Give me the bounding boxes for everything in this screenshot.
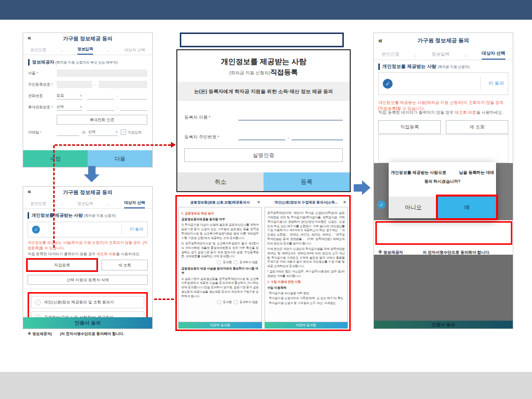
doc-heading: 1. 수집·이용에 관한 사항: [267, 279, 345, 284]
not-agreed-badge: 미 동의: [121, 225, 143, 234]
registrant-rrn-front-input[interactable]: [238, 132, 285, 140]
radio-icon: ✓: [35, 299, 41, 305]
prev-button[interactable]: 이전: [23, 150, 88, 167]
name-input[interactable]: [57, 69, 147, 77]
down-arrow-icon: [84, 174, 100, 182]
section-label: 개인정보를 제공받는 사람: [382, 64, 436, 69]
delete-unagreed-button[interactable]: 선택 미동의 등록자 삭제: [28, 275, 148, 285]
notice-direct-register: 개인정보를 제공받는 사람(학자금 지원 신청자)이 조회되지 않을 경우, […: [28, 240, 148, 251]
phone-prefix-select[interactable]: 없음∨: [57, 92, 82, 100]
step-identity: 본인인증: [381, 51, 399, 60]
recipient-row[interactable]: ✓ 미 동의: [378, 72, 508, 95]
doc-body[interactable]: 1. 금융정보등 제공 동의 금융정보등의제공을 동의함 여부 1) 학자금지원…: [178, 207, 262, 322]
right-arrow-icon: [354, 184, 362, 192]
back-icon[interactable]: «: [28, 34, 31, 41]
mobile-input-mid[interactable]: [87, 103, 114, 111]
email-direct-input-checkbox[interactable]: ✓ 직접입력: [121, 130, 141, 135]
step-info-input: 정보입력: [432, 51, 449, 60]
no-button[interactable]: 아니오: [389, 197, 438, 218]
cancel-button[interactable]: 취소: [177, 172, 264, 191]
back-icon[interactable]: «: [378, 36, 382, 44]
modal-subtitle-big: 직접등록: [270, 68, 298, 76]
mobile-input-last[interactable]: [120, 103, 147, 111]
direct-register-button[interactable]: 직접등록: [378, 120, 441, 134]
doc-body[interactable]: 한국장학재단(이하 '재단')이 학자금 신청인(대학생)의 금융거래관련 계약…: [265, 207, 348, 322]
close-icon[interactable]: ✕: [257, 200, 261, 204]
back-icon[interactable]: «: [28, 188, 31, 195]
rrn-input-back[interactable]: [99, 81, 147, 88]
terms-docs-highlight: 금융정보등(금융,신용,보험)제공동의서 ✕ 1. 금융정보등 제공 동의 금융…: [175, 195, 351, 331]
real-name-verify-button[interactable]: 실명인증: [184, 148, 343, 162]
doc-title: 개인(신용)정보의 수집제공 동의서(소득...: [274, 200, 338, 205]
flow-arrowhead-right-icon: [171, 142, 176, 148]
slide-bottom-strip: [0, 372, 532, 399]
notice-requery: 직접 등록한 데이터가 출력되지 않을 경우 재조회 버튼을 사용하세요.: [28, 252, 148, 257]
doc-paragraph: * 금융거래라 함은 여신업무, 부수업무(사후관리 업무 등)와 관련된 거래…: [267, 269, 345, 278]
at-sign: @: [82, 130, 86, 134]
phone-input-last[interactable]: [120, 92, 147, 100]
app-header: « 가구원 정보제공 동의: [374, 33, 513, 48]
email-id-input[interactable]: [57, 129, 79, 136]
direct-register-button[interactable]: 직접등록: [28, 260, 97, 270]
step-separator: >: [107, 203, 109, 208]
radio-icon[interactable]: [233, 300, 238, 304]
step-identity: 본인인증: [31, 47, 46, 55]
radio-icon[interactable]: [217, 260, 221, 265]
doc-subheading: 금융정보등의 제공 사실을 동의자에게 통보하지 아니할 여부: [181, 266, 259, 275]
section-label: 정보제공자: [32, 60, 54, 65]
agree-terms-button[interactable]: 약관에 동의함: [178, 322, 262, 329]
doc-subheading: 금융정보등의제공을 동의함 여부: [181, 217, 259, 221]
cert-agree-button[interactable]: 인증서 동의: [23, 317, 152, 329]
step-separator: >: [61, 49, 63, 55]
confirm-dialog: 개인정보를 제공받는 사람으로님을 등록하는 데에 동의 하시겠습니까? 아니오…: [389, 162, 496, 218]
doc-subheading: 수집·이용목적: [267, 285, 345, 290]
yes-button[interactable]: 예: [438, 197, 496, 218]
requery-button[interactable]: 재 조회: [446, 120, 508, 134]
checkbox-label: 직접입력: [128, 130, 141, 135]
mobile-prefix-select[interactable]: 선택∨: [57, 103, 82, 111]
section-label: 개인정보를 제공받는 사람: [32, 213, 83, 218]
slide-top-banner: [0, 0, 532, 20]
email-domain-select[interactable]: 선택∨: [88, 129, 118, 136]
requery-button[interactable]: 재 조회: [101, 260, 148, 270]
section-sublabel: (학자금 지원 신청자): [437, 65, 469, 68]
step-target-select: 대상자 선택: [124, 47, 145, 55]
agree-radio-group: 동의함 동의하지 않음: [182, 260, 258, 265]
cert-agree-button[interactable]: 인증서 동의: [374, 321, 513, 329]
modal-title: 개인정보를 제공받는 사람: [177, 57, 350, 66]
phone-input-mid[interactable]: [87, 92, 114, 100]
registrant-rrn-label: 등록자 주민번호*: [184, 134, 238, 140]
recipient-row[interactable]: ✓ 미 동의: [28, 222, 148, 237]
check-icon: ✓: [377, 200, 386, 209]
section-title-recipient: 개인정보를 제공받는 사람 (학자금 지원 신청자): [28, 212, 148, 219]
agree-option: 동의함: [223, 300, 232, 304]
next-button[interactable]: 다음: [88, 150, 152, 167]
registrant-name-input[interactable]: [238, 112, 343, 121]
register-button[interactable]: 등록: [264, 172, 350, 191]
signature-footnote: ※ 정보제공자()의 전자서명수단으로 동의해야 합니다.: [28, 332, 148, 336]
hyphen: -: [95, 82, 96, 87]
close-icon[interactable]: ✕: [343, 200, 346, 204]
modal-subtitle: (학자금 지원 신청자)직접등록: [177, 67, 350, 77]
rrn-input-front[interactable]: [57, 81, 92, 88]
confirm-message-line1: 개인정보를 제공받는 사람으로님을 등록하는 데에: [389, 170, 496, 175]
agree-terms-button[interactable]: 약관에 동의함: [265, 322, 348, 329]
required-mark: *: [218, 134, 220, 139]
section-title-provider: 정보제공자 (학자금 지원 신청자의 부모 또는 배우자): [28, 59, 147, 66]
radio-icon[interactable]: [217, 300, 221, 304]
registered-person-row[interactable]: [378, 134, 508, 163]
doc-heading: 1. 금융정보등 제공 동의: [181, 211, 259, 215]
hyphen: -: [117, 94, 118, 98]
registrant-rrn-back-input[interactable]: [292, 132, 343, 140]
consent-doc-row-personal[interactable]: ✓ 개인(신용)정보 제공동의 및 조회 동의서: [31, 296, 144, 308]
radio-icon[interactable]: [233, 260, 238, 265]
doc-paragraph: 2) 한국장학재단이사장 및 보건복지부장관이 별지 제1호서식 구비서류로 제…: [181, 241, 259, 259]
flow-dashed-line-to-docs: [154, 299, 174, 300]
mobile-verify-button[interactable]: 휴대전화 인증: [57, 115, 147, 125]
agree-option: 동의함: [223, 260, 232, 265]
rrn-label: 주민등록번호*: [28, 82, 57, 87]
page-title: 가구원 정보제공 동의: [63, 189, 112, 196]
terms-doc-personal: 개인(신용)정보의 수집제공 동의서(소득... ✕ 한국장학재단(이하 '재단…: [265, 198, 348, 329]
requery-emphasis: 재조회 버튼: [455, 110, 476, 115]
divider: [28, 289, 148, 289]
